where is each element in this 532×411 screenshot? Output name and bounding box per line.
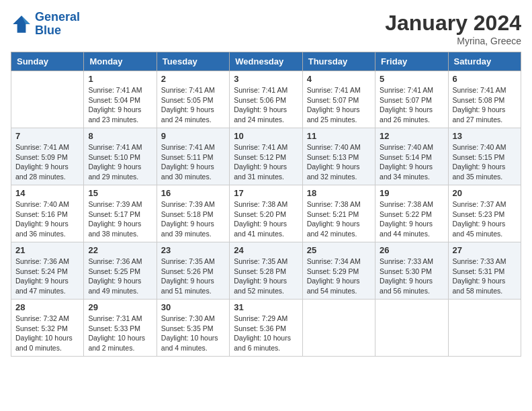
calendar-cell: 25Sunrise: 7:34 AMSunset: 5:29 PMDayligh… [302, 242, 375, 300]
day-number: 4 [307, 74, 371, 84]
day-number: 23 [161, 245, 225, 255]
day-info: Sunrise: 7:40 AMSunset: 5:14 PMDaylight:… [380, 142, 443, 182]
column-header-sunday: Sunday [11, 52, 84, 71]
day-info: Sunrise: 7:41 AMSunset: 5:11 PMDaylight:… [161, 142, 225, 182]
week-row-4: 21Sunrise: 7:36 AMSunset: 5:24 PMDayligh… [11, 242, 521, 300]
day-info: Sunrise: 7:35 AMSunset: 5:28 PMDaylight:… [234, 257, 298, 296]
title-block: January 2024 Myrina, Greece [385, 11, 521, 46]
calendar-cell: 22Sunrise: 7:36 AMSunset: 5:25 PMDayligh… [84, 242, 157, 300]
calendar-cell: 18Sunrise: 7:38 AMSunset: 5:21 PMDayligh… [302, 185, 375, 242]
calendar-cell [375, 300, 448, 357]
calendar-cell: 14Sunrise: 7:40 AMSunset: 5:16 PMDayligh… [11, 185, 84, 242]
day-info: Sunrise: 7:41 AMSunset: 5:07 PMDaylight:… [380, 85, 443, 125]
day-info: Sunrise: 7:34 AMSunset: 5:29 PMDaylight:… [307, 257, 371, 296]
day-info: Sunrise: 7:40 AMSunset: 5:13 PMDaylight:… [307, 142, 371, 182]
day-info: Sunrise: 7:38 AMSunset: 5:20 PMDaylight:… [234, 199, 298, 239]
day-info: Sunrise: 7:41 AMSunset: 5:06 PMDaylight:… [234, 85, 298, 125]
day-number: 31 [234, 302, 298, 312]
day-info: Sunrise: 7:41 AMSunset: 5:04 PMDaylight:… [88, 85, 152, 125]
day-number: 24 [234, 245, 298, 255]
column-header-wednesday: Wednesday [230, 52, 302, 71]
calendar-cell: 19Sunrise: 7:38 AMSunset: 5:22 PMDayligh… [375, 185, 448, 242]
month-year: January 2024 [385, 11, 521, 36]
day-info: Sunrise: 7:41 AMSunset: 5:09 PMDaylight:… [15, 142, 79, 182]
calendar-cell: 17Sunrise: 7:38 AMSunset: 5:20 PMDayligh… [230, 185, 302, 242]
calendar-cell [11, 71, 84, 128]
day-number: 19 [380, 188, 443, 198]
calendar-cell: 1Sunrise: 7:41 AMSunset: 5:04 PMDaylight… [84, 71, 157, 128]
column-header-monday: Monday [84, 52, 157, 71]
day-info: Sunrise: 7:35 AMSunset: 5:26 PMDaylight:… [161, 257, 225, 296]
day-number: 30 [161, 302, 225, 312]
logo-icon [11, 13, 32, 35]
day-info: Sunrise: 7:41 AMSunset: 5:10 PMDaylight:… [88, 142, 152, 182]
logo-line2: Blue [35, 24, 61, 37]
day-info: Sunrise: 7:38 AMSunset: 5:22 PMDaylight:… [380, 199, 443, 239]
column-header-friday: Friday [375, 52, 448, 71]
day-number: 28 [15, 302, 79, 312]
calendar-cell: 24Sunrise: 7:35 AMSunset: 5:28 PMDayligh… [230, 242, 302, 300]
header-row: SundayMondayTuesdayWednesdayThursdayFrid… [11, 52, 521, 71]
day-number: 12 [380, 131, 443, 141]
day-number: 18 [307, 188, 371, 198]
calendar-table: SundayMondayTuesdayWednesdayThursdayFrid… [11, 52, 521, 357]
day-number: 21 [15, 245, 79, 255]
day-info: Sunrise: 7:41 AMSunset: 5:08 PMDaylight:… [453, 85, 517, 125]
calendar-cell: 13Sunrise: 7:40 AMSunset: 5:15 PMDayligh… [448, 128, 521, 185]
day-info: Sunrise: 7:36 AMSunset: 5:24 PMDaylight:… [15, 257, 79, 296]
day-info: Sunrise: 7:36 AMSunset: 5:25 PMDaylight:… [88, 257, 152, 296]
day-info: Sunrise: 7:37 AMSunset: 5:23 PMDaylight:… [453, 199, 517, 239]
week-row-3: 14Sunrise: 7:40 AMSunset: 5:16 PMDayligh… [11, 185, 521, 242]
day-info: Sunrise: 7:31 AMSunset: 5:33 PMDaylight:… [88, 314, 152, 353]
day-number: 9 [161, 131, 225, 141]
week-row-1: 1Sunrise: 7:41 AMSunset: 5:04 PMDaylight… [11, 71, 521, 128]
day-number: 17 [234, 188, 298, 198]
day-info: Sunrise: 7:33 AMSunset: 5:30 PMDaylight:… [380, 257, 443, 296]
day-number: 15 [88, 188, 152, 198]
calendar-cell: 8Sunrise: 7:41 AMSunset: 5:10 PMDaylight… [84, 128, 157, 185]
day-number: 13 [453, 131, 517, 141]
calendar-cell [448, 300, 521, 357]
week-row-5: 28Sunrise: 7:32 AMSunset: 5:32 PMDayligh… [11, 300, 521, 357]
day-number: 20 [453, 188, 517, 198]
calendar-cell: 12Sunrise: 7:40 AMSunset: 5:14 PMDayligh… [375, 128, 448, 185]
day-info: Sunrise: 7:33 AMSunset: 5:31 PMDaylight:… [453, 257, 517, 296]
day-number: 22 [88, 245, 152, 255]
day-info: Sunrise: 7:29 AMSunset: 5:36 PMDaylight:… [234, 314, 298, 353]
day-info: Sunrise: 7:41 AMSunset: 5:07 PMDaylight:… [307, 85, 371, 125]
calendar-cell: 5Sunrise: 7:41 AMSunset: 5:07 PMDaylight… [375, 71, 448, 128]
day-number: 1 [88, 74, 152, 84]
logo-line1: General [35, 10, 80, 24]
day-info: Sunrise: 7:40 AMSunset: 5:15 PMDaylight:… [453, 142, 517, 182]
logo-text: General Blue [35, 11, 80, 38]
day-number: 6 [453, 74, 517, 84]
calendar-cell: 30Sunrise: 7:30 AMSunset: 5:35 PMDayligh… [157, 300, 229, 357]
calendar-cell: 15Sunrise: 7:39 AMSunset: 5:17 PMDayligh… [84, 185, 157, 242]
calendar-cell: 21Sunrise: 7:36 AMSunset: 5:24 PMDayligh… [11, 242, 84, 300]
calendar-cell [302, 300, 375, 357]
calendar-cell: 27Sunrise: 7:33 AMSunset: 5:31 PMDayligh… [448, 242, 521, 300]
calendar-cell: 4Sunrise: 7:41 AMSunset: 5:07 PMDaylight… [302, 71, 375, 128]
calendar-cell: 7Sunrise: 7:41 AMSunset: 5:09 PMDaylight… [11, 128, 84, 185]
day-info: Sunrise: 7:32 AMSunset: 5:32 PMDaylight:… [15, 314, 79, 353]
calendar-cell: 3Sunrise: 7:41 AMSunset: 5:06 PMDaylight… [230, 71, 302, 128]
day-number: 29 [88, 302, 152, 312]
day-number: 26 [380, 245, 443, 255]
day-info: Sunrise: 7:39 AMSunset: 5:17 PMDaylight:… [88, 199, 152, 239]
logo: General Blue [11, 11, 80, 38]
calendar-cell: 10Sunrise: 7:41 AMSunset: 5:12 PMDayligh… [230, 128, 302, 185]
day-number: 2 [161, 74, 225, 84]
column-header-thursday: Thursday [302, 52, 375, 71]
calendar-cell: 11Sunrise: 7:40 AMSunset: 5:13 PMDayligh… [302, 128, 375, 185]
day-info: Sunrise: 7:41 AMSunset: 5:12 PMDaylight:… [234, 142, 298, 182]
day-number: 8 [88, 131, 152, 141]
calendar-cell: 2Sunrise: 7:41 AMSunset: 5:05 PMDaylight… [157, 71, 229, 128]
day-info: Sunrise: 7:38 AMSunset: 5:21 PMDaylight:… [307, 199, 371, 239]
day-info: Sunrise: 7:40 AMSunset: 5:16 PMDaylight:… [15, 199, 79, 239]
calendar-cell: 6Sunrise: 7:41 AMSunset: 5:08 PMDaylight… [448, 71, 521, 128]
day-number: 3 [234, 74, 298, 84]
day-number: 10 [234, 131, 298, 141]
day-number: 11 [307, 131, 371, 141]
calendar-cell: 28Sunrise: 7:32 AMSunset: 5:32 PMDayligh… [11, 300, 84, 357]
calendar-cell: 26Sunrise: 7:33 AMSunset: 5:30 PMDayligh… [375, 242, 448, 300]
